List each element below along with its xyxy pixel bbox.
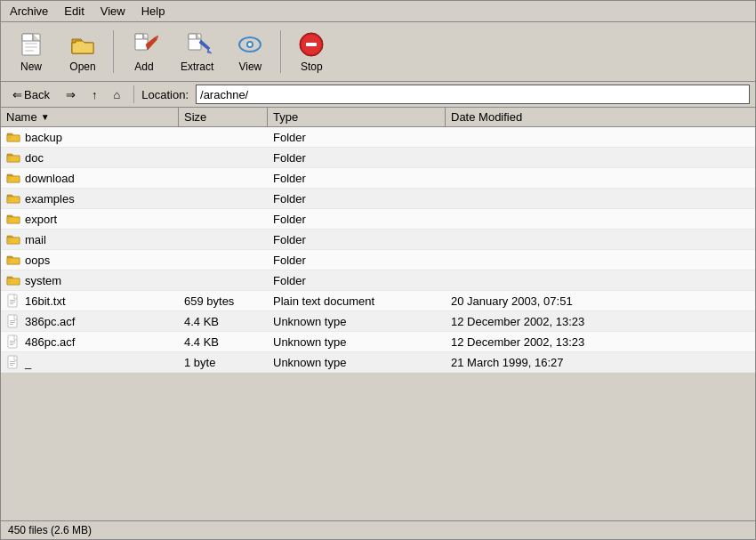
cell-name-text: system [25,274,61,287]
back-label: Back [24,88,50,101]
table-row[interactable]: 386pc.acf4.4 KBUnknown type12 December 2… [1,311,755,332]
menu-edit[interactable]: Edit [59,3,89,20]
table-row[interactable]: docFolder [1,148,755,168]
table-row[interactable]: 16bit.txt659 bytesPlain text document20 … [1,291,755,311]
view-button[interactable]: View [225,26,275,77]
cell-date [446,189,755,208]
cell-type: Unknown type [268,352,446,372]
cell-name: download [1,168,179,188]
add-button[interactable]: Add [119,26,169,77]
cell-name-text: 386pc.acf [25,315,75,328]
cell-size [179,127,268,147]
cell-date: 12 December 2002, 13:23 [446,332,755,351]
extract-button[interactable]: Extract [171,26,223,77]
forward-button[interactable]: ⇒ [60,85,82,104]
table-row[interactable]: downloadFolder [1,168,755,189]
cell-size [179,148,268,167]
table-row[interactable]: 486pc.acf4.4 KBUnknown type12 December 2… [1,332,755,352]
home-icon: ⌂ [113,88,120,101]
cell-size [179,209,268,229]
new-button[interactable]: New [6,26,56,77]
main-window: Archive Edit View Help New [0,0,756,540]
cell-type: Folder [268,168,446,188]
menu-help[interactable]: Help [136,3,171,20]
stop-button[interactable]: Stop [286,26,336,77]
menu-archive[interactable]: Archive [4,3,53,20]
svg-rect-2 [25,43,37,44]
file-list-scroll[interactable]: Name ▼ Size Type Date Modified [1,108,755,520]
table-row[interactable]: oopsFolder [1,250,755,270]
svg-point-15 [7,136,11,140]
cell-date [446,230,755,249]
col-name[interactable]: Name ▼ [1,108,179,126]
cell-name-text: 16bit.txt [25,294,66,308]
status-text: 450 files (2.6 MB) [8,524,92,536]
svg-rect-26 [10,303,13,304]
file-list-header: Name ▼ Size Type Date Modified [1,108,755,127]
cell-date: 20 January 2003, 07:51 [446,291,755,310]
separator-2 [280,30,281,73]
col-type[interactable]: Type [268,108,446,126]
statusbar: 450 files (2.6 MB) [1,520,755,539]
cell-name: mail [1,230,179,249]
sort-icon: ▼ [41,112,50,122]
cell-size [179,270,268,290]
svg-rect-36 [10,361,15,362]
stop-icon [297,30,326,59]
svg-rect-24 [10,300,15,301]
cell-type: Folder [268,209,446,229]
cell-type: Folder [268,270,446,290]
folder-icon [6,150,20,165]
table-row[interactable]: exportFolder [1,209,755,230]
svg-point-18 [7,197,11,201]
table-row[interactable]: systemFolder [1,270,755,291]
file-icon [6,314,20,328]
file-rows: backupFolder docFolder downloadFolder ex… [1,127,755,373]
cell-date [446,209,755,229]
location-input[interactable] [196,85,750,104]
cell-name-text: export [25,213,57,226]
table-row[interactable]: examplesFolder [1,189,755,209]
table-row[interactable]: mailFolder [1,230,755,250]
cell-type: Folder [268,250,446,270]
cell-size [179,168,268,188]
cell-name: export [1,209,179,229]
folder-icon [6,212,20,226]
svg-rect-30 [10,324,13,325]
table-row[interactable]: _1 byteUnknown type21 March 1999, 16:27 [1,352,755,373]
cell-name: examples [1,189,179,208]
cell-name-text: doc [25,151,44,165]
svg-rect-32 [10,341,15,342]
cell-date [446,250,755,270]
view-label: View [238,60,261,73]
up-button[interactable]: ↑ [85,85,104,104]
folder-icon [6,232,20,246]
cell-size: 4.4 KB [179,332,268,351]
menu-view[interactable]: View [95,3,131,20]
col-date[interactable]: Date Modified [446,108,755,126]
cell-name-text: download [25,172,75,185]
cell-type: Unknown type [268,332,446,351]
folder-icon [6,171,20,185]
svg-point-20 [7,238,11,242]
col-size[interactable]: Size [179,108,268,126]
back-arrow-icon: ⇐ [12,88,22,101]
home-button[interactable]: ⌂ [107,85,126,104]
cell-type: Plain text document [268,291,446,310]
cell-name: oops [1,250,179,270]
folder-icon [6,253,20,267]
file-icon [6,334,20,349]
open-button[interactable]: Open [58,26,108,77]
cell-name: 16bit.txt [1,291,179,310]
up-arrow-icon: ↑ [92,88,98,101]
svg-rect-3 [25,46,37,48]
svg-point-22 [7,279,11,283]
back-button[interactable]: ⇐ Back [6,85,56,104]
nav-separator [133,85,134,103]
cell-type: Folder [268,148,446,167]
table-row[interactable]: backupFolder [1,127,755,148]
cell-name: doc [1,148,179,167]
open-icon [68,30,97,59]
svg-rect-6 [135,34,143,39]
svg-rect-37 [10,363,15,364]
